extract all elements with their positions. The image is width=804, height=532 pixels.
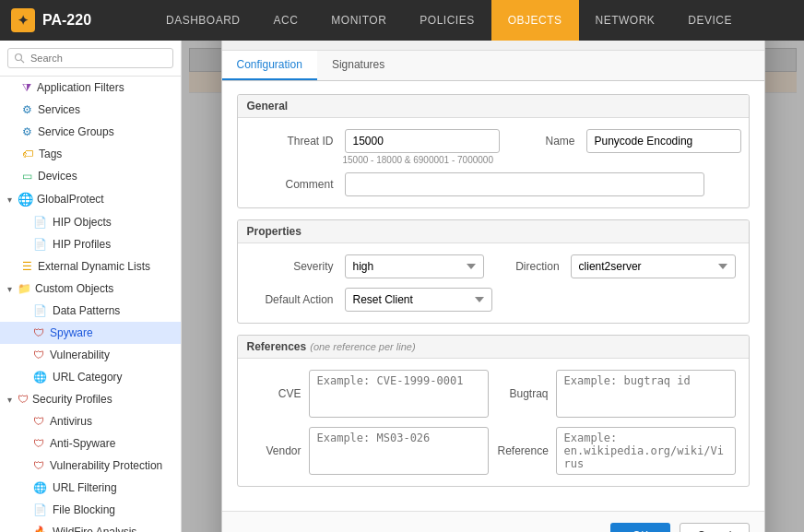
modal-tabs: Configuration Signatures (222, 51, 764, 81)
modal-overlay: Custom Spyware Signature ? Configuration… (182, 41, 804, 532)
sidebar-item-vulnerability-protection[interactable]: 🛡 Vulnerability Protection (0, 455, 181, 477)
sidebar-item-wildfire-analysis[interactable]: 🔥 WildFire Analysis (0, 521, 181, 532)
brand-icon: ✦ (11, 8, 35, 32)
doc-icon: 📄 (33, 238, 47, 251)
direction-select[interactable]: client2server server2client both (571, 254, 736, 278)
bugtraq-input[interactable] (556, 370, 736, 418)
sidebar-label: Security Profiles (32, 393, 112, 406)
shield-icon: 🛡 (33, 326, 44, 339)
list-icon: ☰ (22, 260, 32, 273)
nav-network[interactable]: NETWORK (579, 0, 672, 41)
sidebar-label: External Dynamic Lists (38, 260, 150, 273)
globe-icon: 🌐 (33, 371, 47, 384)
properties-section-body: Severity low medium high critical inform… (238, 243, 749, 323)
nav-monitor[interactable]: MONITOR (314, 0, 403, 41)
caret-down-icon: ▾ (7, 195, 12, 205)
content-area: SEVERITY high Custom Spyware Signature ?… (182, 41, 804, 532)
tag-icon: 🏷 (22, 148, 33, 160)
threat-id-label: Threat ID (251, 135, 334, 148)
sidebar-section-custom-objects[interactable]: ▾ 📁 Custom Objects (0, 278, 181, 300)
sidebar-label: HIP Objects (53, 216, 112, 229)
cve-label: CVE (251, 387, 302, 400)
sidebar-item-hip-objects[interactable]: 📄 HIP Objects (0, 211, 181, 233)
comment-row: Comment (251, 172, 736, 196)
sidebar-item-spyware[interactable]: 🛡 Spyware (0, 322, 181, 344)
general-section: General Threat ID Name 15000 - 18000 & 6… (237, 94, 750, 208)
caret-down-icon: ▾ (7, 395, 12, 405)
tab-signatures[interactable]: Signatures (317, 51, 399, 80)
globe-icon: 🌐 (18, 192, 33, 207)
nav-objects[interactable]: OBJECTS (491, 0, 579, 41)
sidebar-item-anti-spyware[interactable]: 🛡 Anti-Spyware (0, 432, 181, 455)
sidebar-item-services[interactable]: ⚙ Services (0, 99, 181, 121)
nav-acc[interactable]: ACC (257, 0, 315, 41)
shield-icon: 🛡 (33, 437, 44, 450)
main-layout: ⧩ Application Filters ⚙ Services ⚙ Servi… (0, 41, 804, 532)
properties-section-header: Properties (238, 220, 749, 243)
bugtraq-row: Bugtraq (498, 370, 736, 418)
sidebar-label: Anti-Spyware (50, 437, 115, 450)
cancel-button[interactable]: Cancel (680, 523, 749, 532)
caret-down-icon: ▾ (7, 284, 12, 294)
nav-items: DASHBOARD ACC MONITOR POLICIES OBJECTS N… (149, 0, 793, 41)
sidebar-label: Services (38, 103, 80, 116)
references-section-body: CVE Bugtraq Vendor (238, 359, 749, 486)
severity-select[interactable]: low medium high critical informational (345, 254, 484, 278)
nav-policies[interactable]: POLICIES (403, 0, 491, 41)
sidebar-item-application-filters[interactable]: ⧩ Application Filters (0, 77, 181, 99)
nav-dashboard[interactable]: DASHBOARD (149, 0, 257, 41)
reference-input[interactable] (556, 427, 736, 475)
threat-id-row: Threat ID Name (251, 129, 736, 153)
shield-icon: 🛡 (18, 393, 29, 406)
reference-row: Reference (498, 427, 736, 475)
tab-configuration[interactable]: Configuration (222, 51, 317, 80)
name-label: Name (511, 135, 575, 148)
sidebar-item-file-blocking[interactable]: 📄 File Blocking (0, 499, 181, 521)
sidebar-item-hip-profiles[interactable]: 📄 HIP Profiles (0, 233, 181, 255)
threat-id-input[interactable] (345, 129, 500, 153)
sidebar-section-security-profiles[interactable]: ▾ 🛡 Security Profiles (0, 388, 181, 410)
severity-row: Severity low medium high critical inform… (251, 254, 736, 278)
sidebar-item-tags[interactable]: 🏷 Tags (0, 143, 181, 165)
sidebar-label: Tags (39, 148, 62, 160)
vendor-label: Vendor (251, 444, 302, 457)
severity-label: Severity (251, 260, 334, 273)
sidebar-item-url-filtering[interactable]: 🌐 URL Filtering (0, 477, 181, 499)
doc-icon: 📄 (33, 304, 47, 317)
sidebar-item-external-dynamic-lists[interactable]: ☰ External Dynamic Lists (0, 255, 181, 278)
sidebar-item-devices[interactable]: ▭ Devices (0, 165, 181, 187)
modal-footer: OK Cancel (222, 511, 764, 532)
vendor-row: Vendor (251, 427, 489, 475)
references-section: References(one reference per line) CVE B… (237, 335, 750, 487)
search-input[interactable] (7, 48, 173, 68)
brand-name: PA-220 (42, 12, 91, 29)
modal-custom-spyware: Custom Spyware Signature ? Configuration… (221, 41, 765, 532)
references-section-header: References(one reference per line) (238, 336, 749, 359)
nav-device[interactable]: DEVICE (671, 0, 749, 41)
sidebar-label: HIP Profiles (53, 238, 111, 251)
sidebar-label: Vulnerability Protection (50, 459, 162, 472)
cve-input[interactable] (309, 370, 489, 418)
sidebar-item-vulnerability[interactable]: 🛡 Vulnerability (0, 344, 181, 366)
folder-icon: 📁 (18, 282, 31, 295)
ok-button[interactable]: OK (610, 523, 670, 532)
sidebar-label: GlobalProtect (37, 193, 104, 206)
sidebar-section-globalprotect[interactable]: ▾ 🌐 GlobalProtect (0, 187, 181, 211)
sidebar-label: WildFire Analysis (53, 526, 136, 532)
bugtraq-label: Bugtraq (498, 387, 549, 400)
direction-label: Direction (495, 260, 560, 273)
references-label: References (247, 340, 307, 353)
device-icon: ▭ (22, 170, 32, 183)
comment-input[interactable] (345, 172, 704, 196)
reference-label: Reference (498, 444, 549, 457)
gear-icon: ⚙ (22, 125, 32, 138)
sidebar-item-service-groups[interactable]: ⚙ Service Groups (0, 121, 181, 143)
vendor-input[interactable] (309, 427, 489, 475)
default-action-select[interactable]: Reset Client Reset Server Reset Both All… (345, 288, 492, 312)
sidebar-item-antivirus[interactable]: 🛡 Antivirus (0, 410, 181, 432)
references-note: (one reference per line) (310, 341, 415, 352)
sidebar-item-data-patterns[interactable]: 📄 Data Patterns (0, 300, 181, 322)
sidebar-item-url-category[interactable]: 🌐 URL Category (0, 366, 181, 388)
threat-id-hint: 15000 - 18000 & 6900001 - 7000000 (343, 155, 736, 165)
name-input[interactable] (586, 129, 741, 153)
